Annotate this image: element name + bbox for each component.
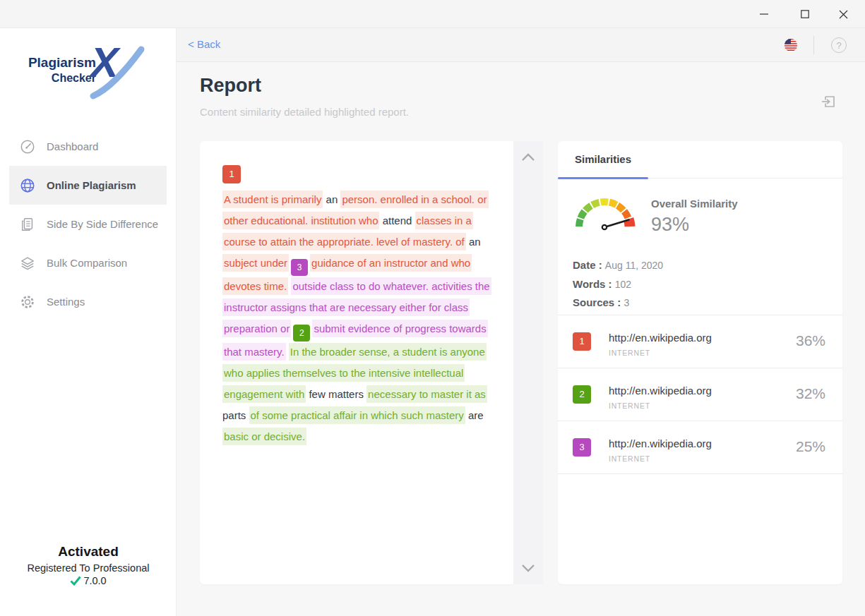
topbar-divider — [813, 36, 814, 54]
sidebar: Plagiarism Checker X Dashboard Online Pl… — [0, 28, 177, 616]
sidebar-item-settings[interactable]: Settings — [9, 282, 167, 321]
plain-text-span: are — [465, 409, 484, 421]
scroll-down-button[interactable] — [513, 557, 543, 579]
plain-text-span: an — [466, 236, 481, 248]
sidebar-item-online-plagiarism[interactable]: Online Plagiarism — [9, 166, 167, 205]
app-logo: Plagiarism Checker X — [0, 44, 176, 107]
dashboard-gauge-icon — [20, 139, 35, 155]
documents-icon — [20, 217, 35, 232]
chevron-up-icon — [521, 153, 535, 162]
source-row-2[interactable]: 2http://en.wikipedia.orgINTERNET32% — [558, 368, 842, 421]
highlighted-text-span: of some practical affair in which such m… — [249, 406, 465, 424]
tab-active-underline — [558, 177, 648, 179]
sidebar-item-label: Dashboard — [47, 140, 98, 152]
maximize-icon — [801, 10, 809, 18]
gauge-segment — [579, 219, 580, 227]
plain-text-span: few matters — [306, 388, 366, 400]
source-number-badge: 2 — [573, 385, 591, 404]
meta-label: Date : — [573, 259, 605, 271]
document-paragraph: A student is primarily an person. enroll… — [222, 189, 499, 447]
source-type: INTERNET — [609, 401, 650, 410]
meta-row: Sources : 3 — [573, 294, 663, 313]
source-url[interactable]: http://en.wikipedia.org — [609, 385, 712, 397]
source-percent: 32% — [796, 385, 825, 402]
minimize-icon — [760, 10, 768, 18]
highlighted-text-span: A student is primarily — [222, 191, 323, 208]
plain-text-span: attend — [379, 215, 414, 227]
layers-icon — [20, 255, 35, 271]
highlighted-text-span: basic or decisive. — [222, 428, 306, 445]
sidebar-item-label: Bulk Comparison — [47, 257, 127, 269]
source-marker-badge-2[interactable]: 2 — [293, 325, 310, 342]
activation-status-block: Activated Registered To Professional 7.0… — [0, 544, 177, 586]
sidebar-item-dashboard[interactable]: Dashboard — [9, 127, 167, 166]
us-flag-language-icon[interactable] — [783, 37, 799, 53]
document-inner: 1 A student is primarily an person. enro… — [222, 165, 499, 447]
overall-similarity-label: Overall Similarity — [651, 198, 738, 210]
source-marker-badge-3[interactable]: 3 — [291, 259, 308, 276]
source-row-1[interactable]: 1http://en.wikipedia.orgINTERNET36% — [558, 315, 842, 368]
sidebar-item-label: Side By Side Difference — [47, 218, 158, 230]
main-content: Report Content similarity detailed highl… — [177, 62, 865, 616]
maximize-button[interactable] — [789, 0, 821, 28]
window-titlebar — [0, 0, 865, 28]
tab-similarities[interactable]: Similarities — [575, 153, 631, 165]
meta-value: 102 — [615, 279, 631, 290]
app-logo-text: Plagiarism Checker — [0, 55, 96, 85]
source-number-badge: 1 — [573, 332, 591, 351]
source-percent: 25% — [796, 438, 825, 455]
plain-text-span: parts — [222, 409, 249, 421]
gauge-segment — [624, 211, 628, 217]
scroll-up-button[interactable] — [513, 147, 543, 168]
meta-value: 3 — [624, 297, 630, 308]
gauge-segment — [585, 205, 591, 210]
meta-label: Words : — [573, 278, 615, 290]
chevron-down-icon — [521, 564, 535, 572]
help-button[interactable]: ? — [831, 37, 847, 53]
source-type: INTERNET — [609, 349, 650, 357]
export-report-icon[interactable] — [820, 93, 837, 110]
logo-line1: Plagiarism — [0, 55, 96, 71]
report-meta: Date : Aug 11, 2020Words : 102Sources : … — [573, 256, 663, 313]
overall-similarity-value: 93% — [651, 214, 689, 236]
gear-icon — [20, 294, 35, 310]
similarity-gauge — [571, 186, 644, 236]
source-type: INTERNET — [609, 454, 650, 463]
sidebar-item-bulk-comparison[interactable]: Bulk Comparison — [9, 243, 167, 282]
meta-label: Sources : — [573, 296, 624, 308]
gauge-needle-hub — [602, 225, 607, 229]
page-title: Report — [200, 75, 261, 97]
globe-icon — [20, 178, 35, 193]
logo-swoosh-icon — [85, 44, 145, 102]
activation-status: Activated — [0, 544, 177, 560]
source-url[interactable]: http://en.wikipedia.org — [609, 332, 712, 344]
minimize-button[interactable] — [748, 0, 780, 28]
source-number-badge: 3 — [573, 438, 591, 457]
source-marker-badge-1[interactable]: 1 — [222, 165, 241, 183]
document-scroll-strip — [513, 141, 543, 584]
sidebar-nav: Dashboard Online Plagiarism Side By Side… — [0, 127, 176, 321]
source-row-3[interactable]: 3http://en.wikipedia.orgINTERNET25% — [558, 421, 842, 474]
meta-row: Date : Aug 11, 2020 — [573, 256, 663, 275]
gauge-segment — [580, 212, 584, 218]
close-icon — [839, 10, 848, 19]
help-glyph: ? — [836, 40, 841, 51]
gauge-segment — [618, 205, 624, 210]
sources-list: 1http://en.wikipedia.orgINTERNET36%2http… — [558, 315, 842, 474]
highlighted-text-span: necessary to master it as — [366, 385, 487, 403]
activation-version-row: 7.0.0 — [0, 575, 177, 586]
page-subtitle: Content similarity detailed highlighted … — [200, 106, 409, 118]
source-percent: 36% — [796, 332, 825, 349]
gauge-segment — [609, 203, 616, 205]
topbar: < Back ? — [177, 28, 865, 62]
document-panel: 1 A student is primarily an person. enro… — [200, 141, 513, 584]
back-link[interactable]: < Back — [188, 38, 220, 50]
sidebar-item-label: Settings — [47, 296, 85, 308]
close-button[interactable] — [827, 0, 859, 28]
similarities-panel: Similarities Overall Similarity 93% Date… — [558, 141, 842, 584]
highlighted-text-span: subject under — [222, 254, 289, 272]
sidebar-item-side-by-side[interactable]: Side By Side Difference — [9, 205, 167, 243]
activation-registered-to: Registered To Professional — [0, 562, 177, 574]
sidebar-item-label: Online Plagiarism — [47, 179, 136, 191]
source-url[interactable]: http://en.wikipedia.org — [609, 437, 712, 449]
